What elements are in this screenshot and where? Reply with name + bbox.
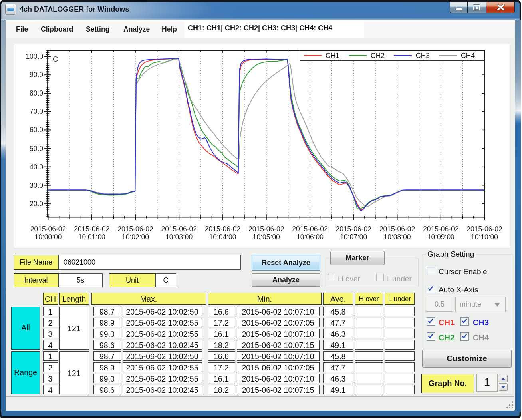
svg-text:2015-06-02: 2015-06-02 <box>423 225 459 233</box>
svg-text:10:02:00: 10:02:00 <box>122 233 149 241</box>
svg-text:2015-06-02: 2015-06-02 <box>379 225 415 233</box>
svg-text:10:06:00: 10:06:00 <box>296 233 324 241</box>
svg-text:2015-06-02: 2015-06-02 <box>74 225 110 233</box>
svg-text:10:00:00: 10:00:00 <box>34 233 62 241</box>
svg-text:10:09:00: 10:09:00 <box>427 233 455 241</box>
svg-text:C: C <box>53 55 58 63</box>
svg-text:2015-06-02: 2015-06-02 <box>335 225 371 233</box>
svg-text:2015-06-02: 2015-06-02 <box>292 225 328 233</box>
svg-text:70.0: 70.0 <box>30 107 43 115</box>
svg-text:50.0: 50.0 <box>30 145 43 153</box>
svg-text:2015-06-02: 2015-06-02 <box>30 225 66 233</box>
svg-text:90.0: 90.0 <box>30 71 43 79</box>
svg-text:20.0: 20.0 <box>30 200 43 208</box>
svg-text:2015-06-02: 2015-06-02 <box>248 225 284 233</box>
svg-text:10:10:00: 10:10:00 <box>471 233 498 241</box>
svg-text:CH1: CH1 <box>326 52 339 60</box>
svg-text:2015-06-02: 2015-06-02 <box>466 225 502 233</box>
svg-text:40.0: 40.0 <box>30 163 43 171</box>
svg-text:60.0: 60.0 <box>30 126 43 134</box>
svg-text:2015-06-02: 2015-06-02 <box>117 225 153 233</box>
svg-text:10:07:00: 10:07:00 <box>340 233 367 241</box>
svg-text:CH2: CH2 <box>371 52 385 60</box>
svg-text:10:08:00: 10:08:00 <box>383 233 411 241</box>
svg-text:80.0: 80.0 <box>30 89 43 97</box>
svg-text:CH3: CH3 <box>416 52 430 60</box>
svg-text:2015-06-02: 2015-06-02 <box>205 225 241 233</box>
svg-text:10:01:00: 10:01:00 <box>78 233 105 241</box>
svg-text:10:04:00: 10:04:00 <box>209 233 236 241</box>
svg-text:2015-06-02: 2015-06-02 <box>161 225 197 233</box>
svg-text:10:05:00: 10:05:00 <box>253 233 280 241</box>
svg-text:100.0: 100.0 <box>26 52 43 60</box>
svg-text:CH4: CH4 <box>461 52 475 60</box>
svg-text:30.0: 30.0 <box>30 181 43 189</box>
svg-text:10:03:00: 10:03:00 <box>165 233 193 241</box>
